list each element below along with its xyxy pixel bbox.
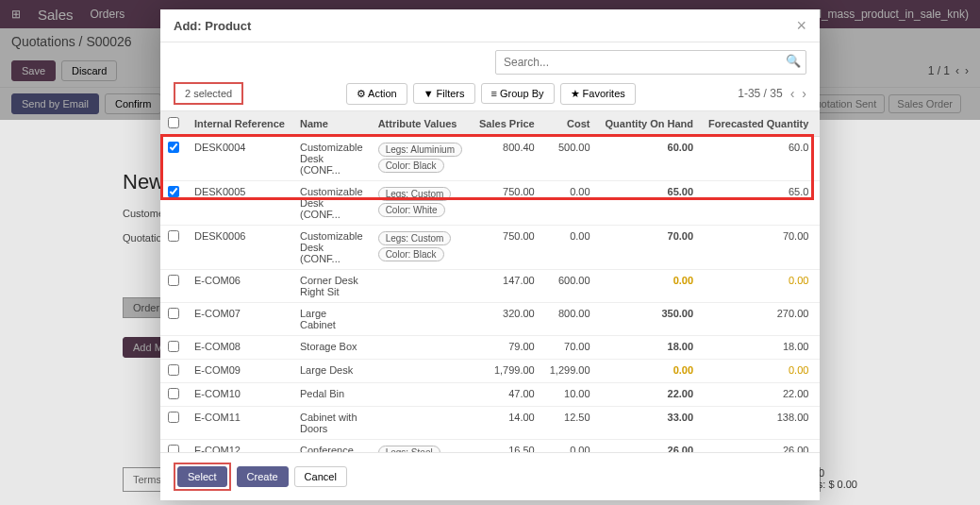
table-row[interactable]: DESK0006Customizable Desk (CONF...Legs: … [160, 226, 820, 270]
col-qoh[interactable]: Quantity On Hand [598, 111, 702, 137]
cell-ref: E-COM11 [187, 407, 292, 440]
cell-qoh: 26.00 [598, 440, 702, 453]
close-icon[interactable]: × [796, 17, 806, 34]
cell-cost: 0.00 [542, 226, 598, 270]
table-row[interactable]: E-COM12Conference Chair (CONFIG)Legs: St… [160, 440, 820, 453]
table-row[interactable]: DESK0005Customizable Desk (CONF...Legs: … [160, 181, 820, 226]
cell-attr: Legs: CustomColor: White [371, 181, 472, 226]
cell-cost: 0.00 [542, 440, 598, 453]
table-row[interactable]: E-COM06Corner Desk Right Sit147.00600.00… [160, 270, 820, 303]
groupby-button[interactable]: ≡ Group By [481, 83, 555, 104]
select-all-checkbox[interactable] [168, 117, 179, 128]
row-checkbox[interactable] [168, 445, 179, 452]
table-row[interactable]: E-COM07Large Cabinet320.00800.00350.0027… [160, 303, 820, 336]
cell-qoh: 33.00 [598, 407, 702, 440]
search-icon[interactable]: 🔍 [786, 54, 801, 68]
cell-name: Large Desk [292, 360, 371, 383]
create-button[interactable]: Create [237, 466, 289, 487]
cell-ref: DESK0006 [187, 226, 292, 270]
cell-name: Customizable Desk (CONF... [292, 226, 371, 270]
col-ref[interactable]: Internal Reference [187, 111, 292, 137]
attribute-tag: Legs: Aluminium [378, 143, 462, 157]
col-cost[interactable]: Cost [542, 111, 598, 137]
cell-fq: 0.00 [701, 360, 816, 383]
attribute-tag: Color: Black [378, 159, 444, 173]
cell-cost: 10.00 [542, 383, 598, 407]
cell-price: 750.00 [472, 181, 542, 226]
row-checkbox[interactable] [168, 275, 179, 286]
favorites-button[interactable]: ★ Favorites [560, 83, 636, 105]
action-button[interactable]: ⚙ Action [346, 83, 407, 105]
row-checkbox[interactable] [168, 230, 179, 242]
pager-prev[interactable]: ‹ [790, 86, 795, 101]
cell-cost: 0.00 [542, 181, 598, 226]
product-table: Internal Reference Name Attribute Values… [160, 111, 820, 452]
cell-fq: 138.00 [701, 407, 816, 440]
cell-fq: 22.00 [701, 383, 816, 407]
cell-attr: Legs: Steel [371, 440, 472, 453]
cell-attr: Legs: CustomColor: Black [371, 226, 472, 270]
pager-next[interactable]: › [802, 86, 806, 101]
row-checkbox[interactable] [168, 308, 179, 319]
cell-fq: 60.0 [701, 137, 816, 181]
cell-ref: E-COM09 [187, 360, 292, 383]
table-row[interactable]: E-COM11Cabinet with Doors14.0012.5033.00… [160, 407, 820, 440]
cell-attr [371, 303, 472, 336]
row-checkbox[interactable] [168, 142, 179, 153]
cell-price: 47.00 [472, 383, 542, 407]
cell-ref: E-COM12 [187, 440, 292, 453]
cell-price: 320.00 [472, 303, 542, 336]
cell-cost: 70.00 [542, 336, 598, 360]
search-input[interactable] [495, 50, 806, 75]
cell-ref: DESK0005 [187, 181, 292, 226]
row-checkbox[interactable] [168, 364, 179, 376]
table-row[interactable]: DESK0004Customizable Desk (CONF...Legs: … [160, 137, 820, 181]
cell-name: Cabinet with Doors [292, 407, 371, 440]
cell-name: Customizable Desk (CONF... [292, 137, 371, 181]
cell-fq: 65.0 [701, 181, 816, 226]
gear-icon: ⚙ [357, 88, 366, 99]
col-attr[interactable]: Attribute Values [371, 111, 472, 137]
cell-cost: 800.00 [542, 303, 598, 336]
star-icon: ★ [571, 88, 580, 99]
row-checkbox[interactable] [168, 186, 179, 197]
table-row[interactable]: E-COM09Large Desk1,799.001,299.000.000.0… [160, 360, 820, 383]
cell-fq: 0.00 [701, 270, 816, 303]
filters-button[interactable]: ▼ Filters [413, 83, 475, 104]
cell-attr [371, 360, 472, 383]
cell-attr [371, 407, 472, 440]
cell-name: Storage Box [292, 336, 371, 360]
attribute-tag: Legs: Custom [378, 187, 452, 201]
cell-cost: 600.00 [542, 270, 598, 303]
row-checkbox[interactable] [168, 388, 179, 399]
cell-price: 1,799.00 [472, 360, 542, 383]
cancel-button[interactable]: Cancel [294, 466, 347, 487]
cell-ref: E-COM08 [187, 336, 292, 360]
cell-cost: 500.00 [542, 137, 598, 181]
row-checkbox[interactable] [168, 341, 179, 352]
cell-fq: 70.00 [701, 226, 816, 270]
cell-qoh: 18.00 [598, 336, 702, 360]
cell-qoh: 22.00 [598, 383, 702, 407]
select-button[interactable]: Select [177, 466, 227, 487]
cell-attr: Legs: AluminiumColor: Black [371, 137, 472, 181]
cell-qoh: 0.00 [598, 270, 702, 303]
cell-ref: E-COM06 [187, 270, 292, 303]
modal-title: Add: Product [174, 19, 251, 33]
col-menu[interactable]: ⋮ [816, 111, 820, 137]
row-checkbox[interactable] [168, 412, 179, 423]
table-row[interactable]: E-COM10Pedal Bin47.0010.0022.0022.00 [160, 383, 820, 407]
cell-ref: E-COM07 [187, 303, 292, 336]
table-row[interactable]: E-COM08Storage Box79.0070.0018.0018.00 [160, 336, 820, 360]
col-name[interactable]: Name [292, 111, 371, 137]
cell-qoh: 65.00 [598, 181, 702, 226]
cell-qoh: 0.00 [598, 360, 702, 383]
cell-fq: 26.00 [701, 440, 816, 453]
selected-count[interactable]: 2 selected [174, 82, 243, 105]
col-fq[interactable]: Forecasted Quantity [701, 111, 816, 137]
cell-cost: 12.50 [542, 407, 598, 440]
cell-name: Corner Desk Right Sit [292, 270, 371, 303]
cell-cost: 1,299.00 [542, 360, 598, 383]
cell-name: Conference Chair (CONFIG) [292, 440, 371, 453]
col-price[interactable]: Sales Price [472, 111, 542, 137]
